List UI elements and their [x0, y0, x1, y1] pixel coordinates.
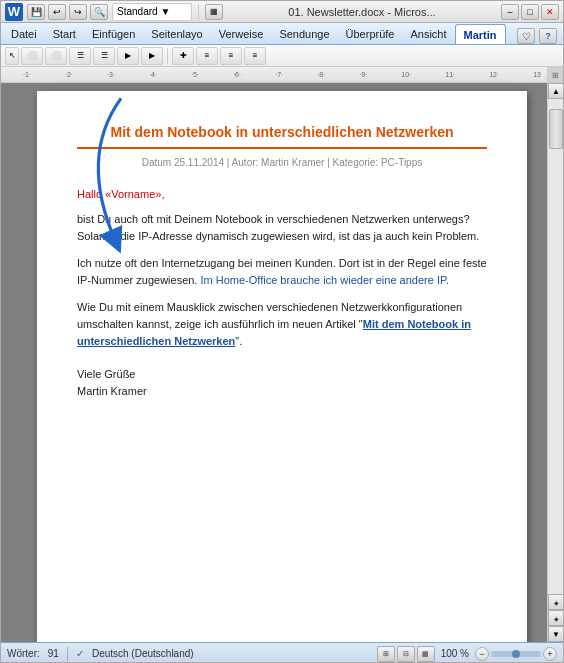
view-mode-btn-2[interactable]: ⊟: [397, 646, 415, 662]
statusbar: Wörter: 91 ✓ Deutsch (Deutschland) ⊞ ⊟ ▦…: [1, 642, 563, 663]
zoom-out-button[interactable]: −: [475, 647, 489, 661]
toolbar-btn-5[interactable]: ☰: [93, 47, 115, 65]
maximize-button[interactable]: □: [521, 4, 539, 20]
document-area: Mit dem Notebook in unterschiedlichen Ne…: [1, 83, 563, 642]
tab-einfuegen[interactable]: Einfügen: [84, 24, 143, 44]
toolbar-btn-8[interactable]: ✚: [172, 47, 194, 65]
style-dropdown[interactable]: Standard ▼: [112, 3, 192, 21]
language-label: Deutsch (Deutschland): [92, 648, 194, 659]
scroll-up-button[interactable]: ▲: [548, 83, 563, 99]
toolbar-btn-2[interactable]: ⬜: [21, 47, 43, 65]
tab-ueberpruefe[interactable]: Überprüfe: [338, 24, 403, 44]
ruler: ·1· ·2· ·3· ·4· ·5· ·6· ·7· ·8· ·9· 10· …: [1, 67, 563, 83]
zoom-level: 100 %: [441, 648, 469, 659]
document-meta: Datum 25.11.2014 | Autor: Martin Kramer …: [77, 155, 487, 170]
tab-martin[interactable]: Martin: [455, 24, 506, 44]
tab-datei[interactable]: Datei: [3, 24, 45, 44]
tab-start[interactable]: Start: [45, 24, 84, 44]
tab-ansicht[interactable]: Ansicht: [402, 24, 454, 44]
zoom-thumb: [512, 650, 520, 658]
checkmark-icon: ✓: [76, 648, 84, 659]
toolbar-btn-3[interactable]: ⬜: [45, 47, 67, 65]
help-button[interactable]: ?: [539, 28, 557, 44]
signature: Viele Grüße Martin Kramer: [77, 366, 487, 399]
window-controls: – □ ✕: [501, 4, 559, 20]
quick-access-toolbar: 💾 ↩ ↪ 🔍: [27, 4, 108, 20]
view-mode-btn-3[interactable]: ▦: [417, 646, 435, 662]
toolbar-btn-10[interactable]: ≡: [220, 47, 242, 65]
status-separator: [67, 647, 68, 661]
minimize-button[interactable]: –: [501, 4, 519, 20]
vorname-field: «Vorname»: [105, 188, 161, 200]
window-title: 01. Newsletter.docx - Micros...: [227, 6, 497, 18]
close-button[interactable]: ✕: [541, 4, 559, 20]
document-page: Mit dem Notebook in unterschiedlichen Ne…: [37, 91, 527, 642]
paragraph-2: Ich nutze oft den Internetzugang bei mei…: [77, 255, 487, 289]
ruler-corner: ⊞: [547, 67, 563, 83]
view-mode-btn-1[interactable]: ⊞: [377, 646, 395, 662]
tab-seitenlayo[interactable]: Seitenlayo: [143, 24, 210, 44]
separator: [167, 48, 168, 64]
words-count: 91: [48, 648, 59, 659]
print-preview-button[interactable]: 🔍: [90, 4, 108, 20]
heart-icon[interactable]: ♡: [517, 28, 535, 44]
word-app-icon: W: [5, 3, 23, 21]
separator: [198, 4, 199, 20]
scroll-track[interactable]: [548, 99, 563, 594]
toolbar-btn-4[interactable]: ☰: [69, 47, 91, 65]
tab-sendunge[interactable]: Sendunge: [271, 24, 337, 44]
zoom-controls: ⊞ ⊟ ▦ 100 % − +: [377, 646, 557, 662]
scroll-page-up[interactable]: ◈: [548, 594, 563, 610]
toolbar-btn-11[interactable]: ≡: [244, 47, 266, 65]
paragraph-3: Wie Du mit einem Mausklick zwischen vers…: [77, 299, 487, 350]
toolbar-btn-1[interactable]: ↖: [5, 47, 19, 65]
titlebar: W 💾 ↩ ↪ 🔍 Standard ▼ ▦ 01. Newsletter.do…: [1, 1, 563, 23]
toolbar-btn-7[interactable]: ▶: [141, 47, 163, 65]
ribbon-tabs: Datei Start Einfügen Seitenlayo Verweise…: [1, 23, 563, 45]
doc-selector-btn[interactable]: ▦: [205, 4, 223, 20]
scroll-page-down[interactable]: ◈: [548, 610, 563, 626]
paragraph-1: bist Du auch oft mit Deinem Notebook in …: [77, 211, 487, 245]
tab-verweise[interactable]: Verweise: [211, 24, 272, 44]
redo-button[interactable]: ↪: [69, 4, 87, 20]
document-title: Mit dem Notebook in unterschiedlichen Ne…: [77, 123, 487, 149]
zoom-in-button[interactable]: +: [543, 647, 557, 661]
zoom-slider[interactable]: [491, 651, 541, 657]
scroll-thumb[interactable]: [549, 109, 563, 149]
undo-button[interactable]: ↩: [48, 4, 66, 20]
zoom-slider-bar: − +: [475, 647, 557, 661]
scroll-down-button[interactable]: ▼: [548, 626, 563, 642]
words-label: Wörter:: [7, 648, 40, 659]
document-greeting: Hallo «Vorname»,: [77, 186, 487, 203]
ruler-marks: ·1· ·2· ·3· ·4· ·5· ·6· ·7· ·8· ·9· 10· …: [3, 71, 561, 78]
vertical-scrollbar[interactable]: ▲ ◈ ◈ ▼: [547, 83, 563, 642]
toolbar-btn-6[interactable]: ▶: [117, 47, 139, 65]
formatting-toolbar: ↖ ⬜ ⬜ ☰ ☰ ▶ ▶ ✚ ≡ ≡ ≡: [1, 45, 563, 67]
save-button[interactable]: 💾: [27, 4, 45, 20]
toolbar-btn-9[interactable]: ≡: [196, 47, 218, 65]
